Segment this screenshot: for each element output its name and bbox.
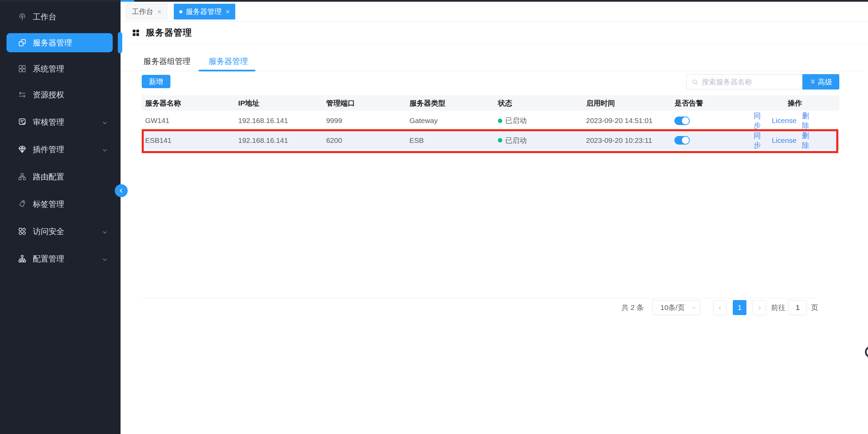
- sidebar-item-label: 工作台: [33, 12, 56, 22]
- chevron-right-icon: [757, 305, 762, 311]
- advanced-label: 高级: [818, 77, 832, 87]
- delete-link[interactable]: 删除: [802, 111, 815, 130]
- current-page-button[interactable]: 1: [733, 300, 746, 315]
- page-unit-label: 页: [811, 300, 818, 315]
- window-tab-workbench[interactable]: 工作台 ×: [126, 4, 167, 19]
- sub-tab-label: 服务器管理: [209, 56, 248, 67]
- sidebar-item-server-management[interactable]: 服务器管理: [6, 33, 113, 52]
- sidebar-item-route-config[interactable]: 路由配置: [6, 167, 113, 186]
- sidebar-item-label: 插件管理: [33, 144, 64, 155]
- apps-circles-icon: [18, 227, 27, 236]
- window-tab-server-management[interactable]: 服务器管理 ×: [174, 4, 235, 19]
- status-label: 已启动: [505, 116, 527, 125]
- sidebar: 工作台 服务器管理 系统管理 资源授权 审核管理: [0, 0, 121, 434]
- link-squares-icon: [18, 38, 27, 47]
- app-window: 工作台 服务器管理 系统管理 资源授权 审核管理: [0, 0, 868, 434]
- column-header: 操作: [750, 95, 839, 111]
- column-header: 服务器名称: [142, 95, 235, 111]
- search-box: [686, 74, 802, 90]
- table-row-highlighted[interactable]: ESB141 192.168.16.141 6200 ESB 已启动 2023-…: [142, 131, 839, 150]
- column-header: 管理端口: [323, 95, 406, 111]
- title-grid-icon: [132, 29, 140, 37]
- add-button[interactable]: 新增: [142, 75, 170, 88]
- cell-status: 已启动: [494, 111, 583, 131]
- org-tree-icon: [18, 254, 27, 263]
- sync-link[interactable]: 同步: [754, 131, 766, 150]
- cell-port: 6200: [323, 131, 406, 150]
- sidebar-item-audit-management[interactable]: 审核管理: [6, 112, 113, 132]
- sidebar-item-label: 系统管理: [33, 64, 64, 74]
- close-icon[interactable]: ×: [226, 8, 230, 15]
- gem-icon: [18, 145, 27, 154]
- license-link[interactable]: License: [772, 117, 796, 125]
- window-tab-label: 服务器管理: [186, 7, 222, 16]
- delete-link[interactable]: 删除: [802, 131, 815, 150]
- alarm-toggle[interactable]: [674, 136, 690, 145]
- license-link[interactable]: License: [772, 136, 796, 145]
- page-header: 服务器管理: [121, 22, 868, 44]
- next-page-button[interactable]: [753, 300, 766, 315]
- podcast-icon: [18, 12, 27, 21]
- chevron-down-icon: [102, 119, 108, 125]
- transfer-arrows-icon: [18, 90, 27, 99]
- prev-page-button[interactable]: [713, 300, 727, 315]
- page-title: 服务器管理: [146, 27, 192, 39]
- search-icon: [691, 79, 698, 85]
- chevron-down-icon: [102, 146, 108, 152]
- pagination-total: 共 2 条: [621, 300, 644, 315]
- cell-ip: 192.168.16.141: [235, 111, 323, 131]
- chevron-down-icon: [102, 256, 108, 262]
- main-content: 工作台 × 服务器管理 × 服务器管理 服务器组管理 服务器管理 新: [121, 0, 868, 434]
- status-dot: [498, 138, 502, 143]
- sidebar-item-resource-authorization[interactable]: 资源授权: [6, 85, 113, 104]
- sidebar-collapse-button[interactable]: [115, 184, 128, 197]
- tab-server-management[interactable]: 服务器管理: [209, 51, 248, 71]
- toggle-knob: [682, 117, 689, 124]
- tab-server-group-management[interactable]: 服务器组管理: [143, 51, 191, 71]
- column-header: 是否告警: [671, 95, 750, 111]
- alarm-toggle[interactable]: [674, 117, 690, 125]
- table-header-row: 服务器名称 IP地址 管理端口 服务器类型 状态 启用时间 是否告警 操作: [142, 95, 839, 111]
- sidebar-item-label: 资源授权: [33, 90, 64, 100]
- server-table: 服务器名称 IP地址 管理端口 服务器类型 状态 启用时间 是否告警 操作 GW…: [142, 95, 839, 150]
- sub-tab-bar: 服务器组管理 服务器管理: [121, 51, 864, 71]
- active-item-edge-indicator: [118, 32, 122, 53]
- goto-page-input[interactable]: [788, 300, 807, 315]
- active-tab-dot: [179, 10, 182, 13]
- chevron-down-icon: [691, 305, 697, 310]
- cell-port: 9999: [323, 111, 406, 131]
- sidebar-item-label: 标签管理: [33, 199, 64, 209]
- grid-icon: [18, 64, 27, 73]
- cell-alarm: [671, 131, 750, 150]
- edge-floating-widget[interactable]: [865, 346, 868, 358]
- sidebar-item-access-security[interactable]: 访问安全: [6, 222, 113, 241]
- sidebar-item-label: 审核管理: [33, 117, 64, 127]
- chevron-down-icon: [102, 228, 108, 234]
- cell-status: 已启动: [494, 131, 583, 150]
- table-bottom-divider: [142, 298, 816, 298]
- sync-link[interactable]: 同步: [754, 111, 766, 130]
- status-dot: [498, 119, 502, 123]
- toggle-knob: [682, 137, 689, 144]
- sidebar-item-label: 服务器管理: [33, 38, 72, 48]
- close-icon[interactable]: ×: [157, 8, 162, 15]
- goto-label: 前往: [771, 300, 785, 315]
- chevron-left-icon: [118, 187, 125, 194]
- cell-type: Gateway: [406, 111, 494, 131]
- table-row[interactable]: GW141 192.168.16.141 9999 Gateway 已启动 20…: [142, 111, 839, 131]
- search-input[interactable]: [702, 75, 802, 89]
- sidebar-item-system-management[interactable]: 系统管理: [6, 59, 113, 78]
- cell-alarm: [671, 111, 750, 131]
- cell-actions: 同步 License 删除: [750, 111, 839, 131]
- page-size-select[interactable]: 10条/页: [653, 300, 700, 315]
- sidebar-item-tag-management[interactable]: 标签管理: [6, 194, 113, 214]
- sidebar-item-label: 路由配置: [33, 172, 64, 182]
- sidebar-item-config-management[interactable]: 配置管理: [6, 249, 113, 268]
- sidebar-item-plugin-management[interactable]: 插件管理: [6, 140, 113, 159]
- loading-progress-bar: [121, 0, 134, 2]
- sidebar-item-workbench[interactable]: 工作台: [6, 7, 113, 26]
- sidebar-item-label: 访问安全: [33, 226, 64, 237]
- status-label: 已启动: [505, 136, 527, 145]
- advanced-button[interactable]: 高级: [802, 74, 839, 90]
- sitemap-icon: [18, 172, 27, 181]
